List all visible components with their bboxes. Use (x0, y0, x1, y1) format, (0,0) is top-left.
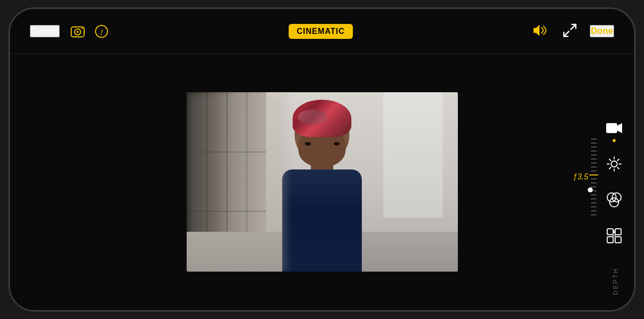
tick-5 (591, 155, 597, 156)
color-mix-button[interactable] (603, 189, 625, 211)
video-preview (187, 92, 458, 272)
left-eye (305, 142, 311, 146)
svg-line-6 (571, 24, 576, 29)
depth-label: DEPTH (612, 267, 619, 295)
svg-point-21 (610, 198, 619, 207)
slider-dot (588, 187, 593, 192)
tick-16 (591, 198, 597, 199)
headscarf (293, 100, 351, 137)
icons-column (603, 117, 625, 247)
tick-19 (591, 210, 597, 211)
tick-9 (591, 170, 597, 171)
person-subject (267, 92, 377, 272)
video-active-dot (613, 139, 616, 142)
body (282, 169, 362, 272)
cinematic-badge[interactable]: CINEMATIC (289, 24, 353, 39)
cancel-button[interactable]: Cancel (30, 25, 60, 37)
tick-11 (591, 178, 597, 179)
svg-rect-25 (615, 237, 621, 243)
tick-2 (591, 143, 597, 144)
tick-4 (591, 151, 597, 152)
slider-track[interactable]: ƒ3.5 (593, 102, 594, 252)
window-right (383, 92, 443, 218)
tick-20 (591, 214, 597, 215)
tick-15 (591, 194, 597, 195)
svg-rect-23 (615, 229, 621, 235)
toolbar-right: Done (532, 22, 614, 40)
toolbar: Cancel f (10, 9, 634, 54)
toolbar-left: Cancel f (30, 23, 109, 39)
done-button[interactable]: Done (590, 25, 614, 37)
transform-button[interactable] (603, 225, 625, 247)
svg-line-7 (564, 31, 569, 36)
svg-line-17 (618, 159, 619, 160)
phone-content: Cancel f (10, 9, 634, 310)
svg-marker-9 (617, 123, 622, 133)
tick-18 (591, 206, 597, 207)
svg-rect-22 (607, 229, 613, 235)
f-stop-value: ƒ3.5 (573, 172, 588, 181)
toolbar-center: CINEMATIC (289, 24, 353, 39)
right-eye (333, 142, 339, 146)
main-area: ƒ3.5 (10, 54, 634, 310)
tick-6 (591, 159, 597, 160)
video-frame (187, 92, 458, 272)
tick-3 (591, 147, 597, 148)
right-panel: ƒ3.5 (535, 54, 634, 310)
tick-17 (591, 202, 597, 203)
volume-button[interactable] (532, 22, 550, 40)
aperture-icon[interactable]: f (94, 23, 109, 39)
svg-line-16 (618, 167, 619, 169)
tick-7 (591, 162, 597, 163)
brightness-button[interactable] (603, 153, 625, 175)
svg-point-3 (82, 27, 83, 29)
video-camera-button[interactable] (603, 117, 625, 139)
tick-8 (591, 166, 597, 167)
slider-track-container[interactable]: ƒ3.5 (593, 102, 594, 262)
camera-mode-icon[interactable] (70, 23, 86, 39)
phone-frame: Cancel f (8, 7, 636, 312)
svg-line-18 (609, 167, 611, 169)
tick-1 (591, 139, 597, 140)
tick-active (589, 174, 598, 175)
svg-point-10 (611, 161, 617, 167)
tick-12 (591, 182, 597, 183)
svg-rect-24 (607, 237, 613, 243)
svg-line-15 (609, 159, 611, 160)
eyes (305, 142, 339, 146)
toolbar-icons: f (70, 23, 109, 39)
svg-text:f: f (101, 28, 104, 35)
svg-point-2 (77, 31, 79, 33)
svg-rect-8 (606, 123, 617, 133)
expand-button[interactable] (562, 22, 578, 40)
